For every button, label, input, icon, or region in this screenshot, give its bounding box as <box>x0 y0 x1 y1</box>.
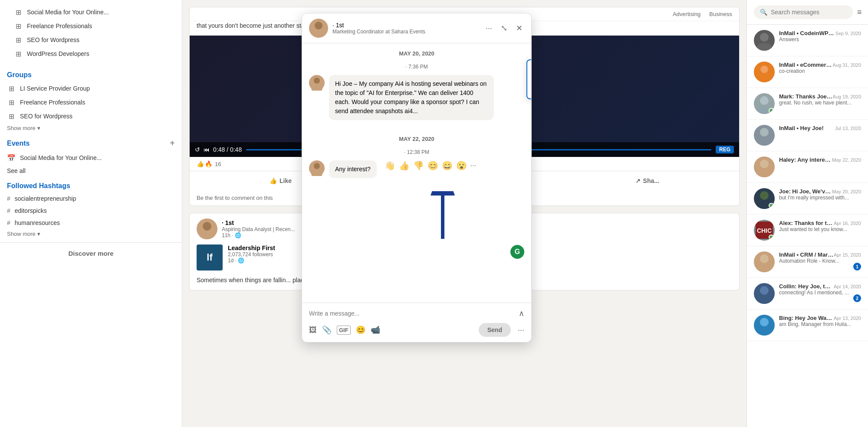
close-button[interactable]: ✕ <box>514 22 524 35</box>
list-item[interactable]: Mark: Thanks Joe, that sounds Aug 19, 20… <box>747 88 868 120</box>
online-indicator <box>769 108 774 113</box>
message-date: Apr 16, 2020 <box>834 221 861 226</box>
sidebar-item-freelance[interactable]: ⊞ Freelance Professionals <box>7 19 175 33</box>
message-info: Collin: Hey Joe, thanks for Apr 14, 2020… <box>779 283 861 304</box>
forward-button[interactable]: Forward <box>527 64 531 79</box>
hash-icon: # <box>7 195 10 202</box>
grid-icon: ⊞ <box>14 36 23 44</box>
discover-more-button[interactable]: Discover more <box>68 250 113 257</box>
message-with-context: Hi Joe – My company Ai4 is hosting sever… <box>329 75 524 120</box>
reaction-thumbsdown[interactable]: 👎 <box>413 160 424 171</box>
filter-icon[interactable]: ≡ <box>857 8 862 17</box>
svg-point-5 <box>311 85 322 91</box>
svg-point-6 <box>314 163 320 169</box>
list-item[interactable]: Haley: Any interest? May 22, 2020 <box>747 151 868 183</box>
person-icon <box>197 218 217 239</box>
avatar <box>754 156 775 177</box>
list-item[interactable]: InMail • CRM / Marketing Apr 15, 2020 Au… <box>747 246 868 278</box>
skip-back-icon[interactable]: ⏮ <box>204 146 210 153</box>
show-more-hashtags[interactable]: Show more ▾ <box>0 229 182 239</box>
avatar <box>754 125 775 146</box>
image-button[interactable]: 🖼 <box>309 326 317 335</box>
sidebar-item-freelance-group[interactable]: ⊞ Freelance Professionals <box>0 95 182 109</box>
hashtag-label: socialentrepreneurship <box>15 195 76 202</box>
sidebar-item-seo-group[interactable]: ⊞ SEO for Wordpress <box>0 109 182 123</box>
sidebar-item-li-service[interactable]: ⊞ LI Service Provider Group <box>0 81 182 95</box>
reaction-surprised[interactable]: 😮 <box>456 160 467 171</box>
avatar-image <box>309 19 328 38</box>
svg-point-7 <box>311 170 322 176</box>
events-section-title: Events <box>7 140 30 147</box>
contact-degree: · 1st <box>332 22 344 29</box>
message-bubble-1: Hi Joe – My company Ai4 is hosting sever… <box>329 75 494 120</box>
more-reactions-button[interactable]: ··· <box>470 162 476 169</box>
list-item[interactable]: InMail • eCommerce content Aug 31, 2020 … <box>747 56 868 88</box>
send-button[interactable]: Send <box>479 323 511 337</box>
reaction-wave[interactable]: 👋 <box>385 160 395 171</box>
video-button[interactable]: 📹 <box>371 325 380 335</box>
add-event-button[interactable]: + <box>170 138 175 148</box>
list-item[interactable]: Bing: Hey Joe Warnimont, I Apr 13, 2020 … <box>747 310 868 341</box>
list-item[interactable]: Collin: Hey Joe, thanks for Apr 14, 2020… <box>747 278 868 310</box>
sidebar-item-label: Social Media for Your Online... <box>20 154 102 161</box>
contact-name: Haley: Any interest? <box>779 156 832 163</box>
reaction-thumbsup[interactable]: 👍 <box>399 160 410 171</box>
more-options-icon[interactable]: ··· <box>518 326 524 335</box>
sidebar-item-event[interactable]: 📅 Social Media for Your Online... <box>0 151 182 165</box>
list-item[interactable]: InMail • Hey Joe! Jul 13, 2020 <box>747 120 868 151</box>
contact-name: Mark: Thanks Joe, that sounds <box>779 93 833 100</box>
contact-name: InMail • Hey Joe! <box>779 125 824 131</box>
message-preview: Answers <box>779 36 861 42</box>
share-button[interactable]: ↗ Sha... <box>628 173 666 189</box>
list-item[interactable]: InMail • CodeinWP // Wix Sep 9, 2020 Ans… <box>747 25 868 56</box>
expand-icon[interactable]: ∧ <box>519 309 524 318</box>
reg-badge: REG <box>716 146 734 153</box>
ad-label-advertising: Advertising <box>673 11 700 17</box>
share-via-email-button[interactable]: Share via email <box>527 79 531 95</box>
like-button[interactable]: 👍 Like <box>263 173 299 189</box>
svg-point-20 <box>760 191 769 200</box>
search-messages-input[interactable] <box>771 9 847 16</box>
chat-message-input[interactable] <box>309 308 515 319</box>
message-row-1: Hi Joe – My company Ai4 is hosting sever… <box>309 75 524 120</box>
contact-name: Alex: Thanks for the connection <box>779 220 834 226</box>
sidebar-item-wordpress[interactable]: ⊞ WordPress Developers <box>7 47 175 61</box>
sidebar-item-label: SEO for Wordpress <box>27 36 79 43</box>
attachment-button[interactable]: 📎 <box>322 325 332 335</box>
search-messages-bar: 🔍 <box>754 5 853 19</box>
poster-degree: · 1st <box>222 219 234 226</box>
hash-icon: # <box>7 219 10 226</box>
sidebar-item-seo[interactable]: ⊞ SEO for Wordpress <box>7 33 175 47</box>
reaction-smile[interactable]: 😊 <box>427 160 438 171</box>
svg-point-17 <box>756 138 772 146</box>
see-all-label: See all <box>7 167 26 174</box>
calendar-icon: 📅 <box>7 153 16 162</box>
minimize-button[interactable]: ⤡ <box>499 22 509 35</box>
more-options-button[interactable]: ··· <box>484 22 494 35</box>
message-preview: am Bing, Manager from Huila... <box>779 321 861 327</box>
svg-point-10 <box>760 33 769 42</box>
hashtag-item-editors[interactable]: # editorspicks <box>0 205 182 217</box>
hashtag-item-hr[interactable]: # humanresources <box>0 217 182 229</box>
hashtag-item-social[interactable]: # socialentrepreneurship <box>0 192 182 205</box>
sidebar-top-items: ⊞ Social Media for Your Online... ⊞ Free… <box>0 0 182 66</box>
gif-button[interactable]: GIF <box>337 326 351 335</box>
svg-point-11 <box>756 43 772 51</box>
chat-overlay: · 1st Marketing Coordinator at Sahara Ev… <box>302 13 532 342</box>
chat-contact-avatar <box>309 19 328 38</box>
messages-header: 🔍 ≡ <box>747 0 868 25</box>
avatar <box>754 30 775 51</box>
list-item[interactable]: Joe: Hi Joe, We've never met May 20, 202… <box>747 183 868 215</box>
show-more-groups[interactable]: Show more ▾ <box>0 123 182 133</box>
like-label: Like <box>279 177 292 184</box>
list-item[interactable]: CHIC Alex: Thanks for the connection Apr… <box>747 215 868 246</box>
emoji-button[interactable]: 😊 <box>356 325 365 335</box>
reaction-laugh[interactable]: 😄 <box>442 160 453 171</box>
contact-title: Marketing Coordinator at Sahara Events <box>332 29 484 35</box>
show-more-label: Show more <box>7 231 36 237</box>
see-all-events[interactable]: See all <box>0 165 182 177</box>
sidebar-item-social-media[interactable]: ⊞ Social Media for Your Online... <box>7 5 175 19</box>
grid-icon: ⊞ <box>14 22 23 30</box>
grid-icon: ⊞ <box>14 8 23 16</box>
replay-icon[interactable]: ↺ <box>195 146 200 153</box>
